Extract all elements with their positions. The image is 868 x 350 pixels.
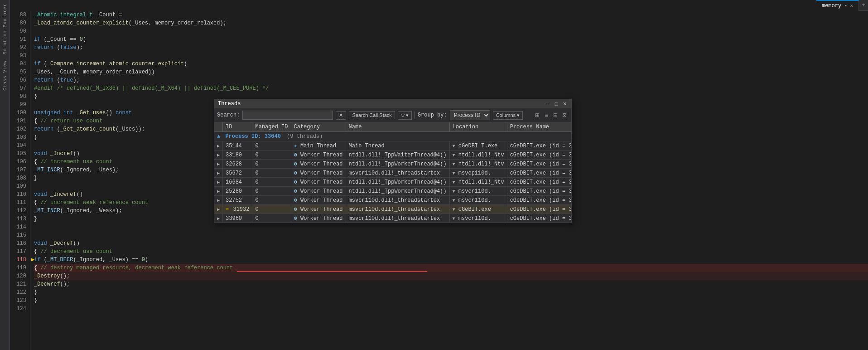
search-input[interactable] (242, 111, 333, 120)
ln-102: 102 (14, 125, 26, 133)
thread-row-32628[interactable]: ▶ 32628 0 ⚙ Worker Thread ntdll.dll!_Tpp… (214, 160, 571, 169)
clear-search-button[interactable]: ✕ (336, 111, 346, 120)
thread-arrow-32628: ▶ (214, 160, 223, 169)
thread-name-31932: msvcr110d.dll!_threadstartex (346, 205, 449, 214)
ln-109: 109 (14, 182, 26, 190)
ln-100: 100 (14, 109, 26, 117)
filter-button[interactable]: ▽ ▾ (398, 111, 412, 120)
ln-115: 115 (14, 231, 26, 239)
groupby-select[interactable]: Process ID (450, 110, 490, 120)
threads-panel: Threads ─ □ ✕ Search: ✕ Search Call Stac… (214, 99, 572, 223)
thread-procname-31932: cGeDBIT.exe (id = 33640) (507, 205, 571, 214)
thread-arrow-16684: ▶ (214, 178, 223, 187)
thread-procname-32628: cGeDBIT.exe (id = 33640) (507, 160, 571, 169)
thread-category-35672: ⚙ Worker Thread (291, 169, 346, 178)
columns-button[interactable]: Columns ▾ (493, 111, 523, 120)
current-line-arrow: ▶ (31, 256, 34, 264)
ln-93: 93 (14, 52, 26, 60)
thread-arrow-31932: ▶ (214, 205, 223, 214)
loc-arrow-33960: ▼ (453, 216, 455, 221)
group-count: (9 threads) (287, 133, 323, 140)
col-header-id[interactable]: ID (223, 122, 252, 132)
thread-managed-25280: 0 (252, 187, 291, 196)
line-numbers: 88 89 90 91 92 93 94 95 96 97 98 99 100 … (10, 11, 30, 350)
icon-cluster: ⊞ ≡ ⊟ ⊠ (533, 111, 569, 119)
ln-98: 98 (14, 92, 26, 101)
col-header-category[interactable]: Category (291, 122, 346, 132)
minimize-button[interactable]: ─ (545, 101, 551, 107)
thread-row-35144[interactable]: ▶ 35144 0 ★ Main Thread Main Thread ▼ cG… (214, 141, 571, 151)
thread-id-32752: 32752 (223, 196, 252, 205)
view-icon-4[interactable]: ⊠ (560, 111, 569, 119)
threads-toolbar: Search: ✕ Search Call Stack ▽ ▾ Group by… (214, 108, 571, 122)
code-line-114 (34, 223, 868, 231)
col-header-name[interactable]: Name (346, 122, 449, 132)
thread-id-33960: 33960 (223, 214, 252, 223)
group-label: Process ID: 33640 (225, 133, 280, 140)
thread-procname-25280: cGeDBIT.exe (id = 33640) (507, 187, 571, 196)
view-icon-2[interactable]: ≡ (542, 111, 550, 119)
restore-button[interactable]: □ (553, 101, 559, 107)
thread-row-32752[interactable]: ▶ 32752 0 ⚙ Worker Thread msvcr110d.dll!… (214, 196, 571, 205)
search-call-stack-button[interactable]: Search Call Stack (349, 111, 395, 119)
code-line-124 (34, 305, 868, 313)
expand-group-icon[interactable]: ▲ (217, 133, 220, 140)
close-button[interactable]: ✕ (561, 101, 568, 107)
thread-row-33960[interactable]: ▶ 33960 0 ⚙ Worker Thread msvcr110d.dll!… (214, 214, 571, 223)
thread-id-35144: 35144 (223, 141, 252, 151)
thread-arrow-35144: ▶ (214, 141, 223, 151)
ln-104: 104 (14, 141, 26, 150)
thread-location-35672: ▼ msvcр110d. (449, 169, 507, 178)
col-header-process-name[interactable]: Process Name (507, 122, 571, 132)
thread-managed-31932: 0 (252, 205, 291, 214)
thread-category-32628: ⚙ Worker Thread (291, 160, 346, 169)
thread-category-label-35672: Worker Thread (300, 170, 343, 176)
view-icon-1[interactable]: ⊞ (533, 111, 541, 119)
thread-procname-16684: cGeDBIT.exe (id = 33640) (507, 178, 571, 187)
sidebar-tab-solution-explorer[interactable]: Solution Explorer (1, 2, 9, 56)
thread-row-16684[interactable]: ▶ 16684 0 ⚙ Worker Thread ntdll.dll!_Tpp… (214, 178, 571, 187)
col-header-managed-id[interactable]: Managed ID (252, 122, 291, 132)
view-icon-3[interactable]: ⊟ (551, 111, 559, 119)
thread-row-25280[interactable]: ▶ 25280 0 ⚙ Worker Thread ntdll.dll!_Tpp… (214, 187, 571, 196)
thread-name-25280: ntdll.dll!_TppWorkerThread@4() (346, 187, 449, 196)
tab-memory[interactable]: memory ▪ ✕ (816, 0, 859, 11)
sidebar-tab-class-view[interactable]: Class View (1, 59, 9, 92)
thread-category-label-33960: Worker Thread (300, 215, 343, 222)
ln-117: 117 (14, 248, 26, 256)
table-header-row: ID Managed ID Category Name Location Pro… (214, 122, 571, 132)
thread-id-16684: 16684 (223, 178, 252, 187)
ln-111: 111 (14, 199, 26, 207)
worker-thread-icon-33180: ⚙ (294, 152, 297, 158)
threads-table-scroll[interactable]: ID Managed ID Category Name Location Pro… (214, 122, 571, 222)
thread-category-32752: ⚙ Worker Thread (291, 196, 346, 205)
ln-101: 101 (14, 117, 26, 125)
ln-121: 121 (14, 280, 26, 288)
ln-89: 89 (14, 19, 26, 27)
thread-row-33180[interactable]: ▶ 33180 0 ⚙ Worker Thread ntdll.dll!_Tpp… (214, 151, 571, 160)
ln-96: 96 (14, 76, 26, 84)
thread-category-25280: ⚙ Worker Thread (291, 187, 346, 196)
threads-table: ID Managed ID Category Name Location Pro… (214, 122, 571, 222)
thread-category-label-25280: Worker Thread (300, 188, 343, 194)
thread-arrow-35672: ▶ (214, 169, 223, 178)
thread-location-31932: ▼ cGeBIT.exe (449, 205, 507, 214)
thread-name-32628: ntdll.dll!_TppWorkerThread@4() (346, 160, 449, 169)
worker-thread-icon-16684: ⚙ (294, 179, 297, 185)
filter-icon: ▽ (401, 112, 405, 118)
code-line-92: return (false); (34, 44, 868, 52)
ln-99: 99 (14, 101, 26, 109)
ln-90: 90 (14, 27, 26, 35)
thread-managed-32628: 0 (252, 160, 291, 169)
new-tab-button[interactable]: + (859, 0, 868, 11)
ln-123: 123 (14, 297, 26, 305)
threads-tbody: ▲ Process ID: 33640 (9 threads) ▶ 35144 … (214, 132, 571, 223)
thread-id-32628: 32628 (223, 160, 252, 169)
thread-row-31932[interactable]: ▶ ➡ 31932 0 ⚙ Worker Thread msvcr110d.dl… (214, 205, 571, 214)
col-header-location[interactable]: Location (449, 122, 507, 132)
ln-107: 107 (14, 166, 26, 174)
columns-dropdown-icon: ▾ (517, 112, 520, 118)
tab-close-button[interactable]: ✕ (850, 3, 853, 9)
filter-dropdown-icon: ▾ (406, 112, 409, 118)
thread-row-35672[interactable]: ▶ 35672 0 ⚙ Worker Thread msvcr110d.dll!… (214, 169, 571, 178)
